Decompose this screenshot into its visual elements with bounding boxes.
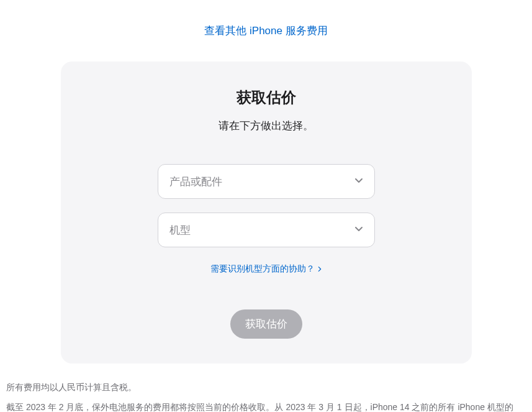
model-select[interactable]: 机型: [158, 213, 375, 247]
product-select-wrapper: 产品或配件: [158, 164, 375, 199]
top-link-container: 查看其他 iPhone 服务费用: [0, 0, 532, 62]
footer-notes: 所有费用均以人民币计算且含税。 截至 2023 年 2 月底，保外电池服务的费用…: [6, 377, 521, 412]
model-select-placeholder: 机型: [169, 223, 191, 237]
footer-note-2-part1: 截至 2023 年 2 月底，保外电池服务的费用都将按照当前的价格收取。从 20…: [6, 402, 513, 412]
footer-note-1: 所有费用均以人民币计算且含税。: [6, 377, 521, 397]
estimate-card: 获取估价 请在下方做出选择。 产品或配件 机型 需要识别机型方面的协助？: [61, 62, 472, 364]
chevron-down-icon: [354, 224, 363, 236]
footer-note-2: 截至 2023 年 2 月底，保外电池服务的费用都将按照当前的价格收取。从 20…: [6, 397, 521, 412]
chevron-right-icon: [317, 264, 322, 274]
product-select-placeholder: 产品或配件: [169, 175, 222, 189]
card-subtitle: 请在下方做出选择。: [86, 119, 447, 133]
get-estimate-button[interactable]: 获取估价: [230, 309, 302, 339]
chevron-down-icon: [354, 176, 363, 187]
product-select[interactable]: 产品或配件: [158, 164, 375, 199]
identify-model-help-link[interactable]: 需要识别机型方面的协助？: [210, 263, 322, 275]
other-iphone-service-link[interactable]: 查看其他 iPhone 服务费用: [204, 25, 327, 37]
submit-row: 获取估价: [86, 309, 447, 339]
model-select-wrapper: 机型: [158, 213, 375, 247]
card-title: 获取估价: [86, 88, 447, 108]
help-link-label: 需要识别机型方面的协助？: [210, 263, 315, 275]
